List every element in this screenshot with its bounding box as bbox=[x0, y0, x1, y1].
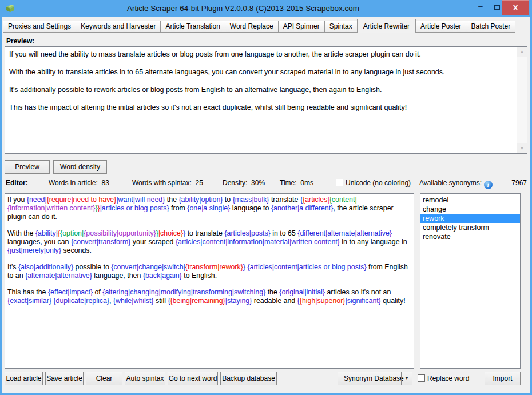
go-to-next-word-button[interactable]: Go to next word bbox=[168, 372, 218, 385]
preview-label: Preview: bbox=[6, 37, 34, 45]
save-article-button[interactable]: Save article bbox=[45, 372, 84, 385]
available-synonyms-row: Available synonyms: i bbox=[419, 177, 493, 189]
spintax-segment: {also|additionally} bbox=[18, 263, 73, 271]
spintax-segment: the bbox=[165, 195, 178, 204]
preview-scrollbar[interactable]: ▲ ▼ bbox=[517, 47, 527, 153]
clear-button[interactable]: Clear bbox=[86, 372, 122, 385]
preview-pane[interactable]: If you will need the ability to mass tra… bbox=[5, 46, 527, 154]
auto-spintax-button[interactable]: Auto spintax bbox=[125, 372, 165, 385]
spintax-segment: {information|written content} bbox=[7, 204, 95, 212]
editor-stats-row: Editor: Words in article: 83 Words with … bbox=[2, 177, 530, 189]
spintax-segment: |choice} bbox=[158, 229, 183, 237]
minimize-button[interactable]: – bbox=[474, 0, 487, 15]
time-stat: Time: 0ms bbox=[280, 177, 313, 189]
tab-api-spinner[interactable]: API Spinner bbox=[278, 21, 325, 33]
word-density-button[interactable]: Word density bbox=[53, 160, 107, 174]
spintax-segment: |significant} bbox=[345, 297, 380, 305]
replace-word-label: Replace word bbox=[427, 374, 469, 382]
spintax-segment: {altering|changing|modifying|transformin… bbox=[102, 288, 265, 296]
tab-article-rewriter[interactable]: Article Rewriter bbox=[357, 19, 416, 33]
spintax-segment: {while|whilst} bbox=[113, 297, 154, 305]
editor-paragraph: With the {ability|{{option|{possibility|… bbox=[7, 229, 411, 255]
spintax-segment: {duplicate|replica} bbox=[53, 297, 109, 305]
synonym-item[interactable]: completely transform bbox=[420, 223, 520, 232]
app-window: Article Scraper 64-bit Plugin V2.0.0.8 (… bbox=[0, 0, 532, 395]
editor-label: Editor: bbox=[6, 177, 28, 189]
words-in-article-stat: Words in article: 83 bbox=[49, 177, 109, 189]
spintax-segment: {articles|content|information|material|w… bbox=[176, 238, 340, 246]
load-article-button[interactable]: Load article bbox=[5, 372, 43, 385]
tab-article-poster[interactable]: Article Poster bbox=[415, 21, 466, 33]
preview-text: If you will need the ability to mass tra… bbox=[5, 47, 517, 153]
spintax-segment: {need| bbox=[27, 195, 47, 204]
preview-paragraph: If you will need the ability to mass tra… bbox=[9, 50, 513, 59]
window-body: Proxies and SettingsKeywords and Harvest… bbox=[2, 17, 530, 393]
spintax-segment: {ability| bbox=[35, 229, 58, 237]
spintax-segment: {require|need to have} bbox=[47, 195, 117, 204]
spintax-segment: {articles| bbox=[303, 195, 329, 204]
synonyms-list[interactable]: remodelchangereworkcompletely transformr… bbox=[420, 193, 521, 369]
preview-paragraph: It's additionally possible to rework art… bbox=[9, 85, 513, 94]
chevron-down-icon[interactable]: ▼ bbox=[401, 372, 412, 385]
import-button[interactable]: Import bbox=[485, 372, 521, 385]
scroll-down-icon[interactable]: ▼ bbox=[517, 143, 527, 153]
spintax-segment: {transform|rework} bbox=[185, 263, 243, 271]
spintax-segment: |staying} bbox=[225, 297, 252, 305]
close-button[interactable]: X bbox=[502, 0, 529, 15]
spintax-segment: in to 65 bbox=[271, 229, 298, 237]
editor-paragraph: If you {need|{require|need to have}|want… bbox=[7, 195, 411, 221]
synonym-item[interactable]: change bbox=[420, 205, 520, 214]
unicode-checkbox-row: Unicode (no coloring) bbox=[336, 177, 411, 189]
spintax-segment: {another|a different} bbox=[271, 204, 333, 212]
scroll-up-icon[interactable]: ▲ bbox=[517, 47, 527, 57]
spintax-segment: the bbox=[265, 288, 279, 296]
window-title: Article Scraper 64-bit Plugin V2.0.0.8 (… bbox=[23, 0, 463, 17]
words-with-spintax-stat: Words with spintax: 25 bbox=[132, 177, 203, 189]
tab-bar: Proxies and SettingsKeywords and Harvest… bbox=[3, 19, 529, 33]
spintax-segment: {alternate|alternative} bbox=[25, 272, 92, 280]
replace-word-row: Replace word bbox=[418, 373, 469, 384]
spintax-segment: {original|initial} bbox=[279, 288, 325, 296]
spintax-segment: With the bbox=[7, 229, 35, 237]
spintax-segment: {exact|similar} bbox=[7, 297, 51, 305]
replace-word-checkbox[interactable] bbox=[418, 374, 425, 382]
spintax-segment: {option| bbox=[60, 229, 84, 237]
maximize-icon bbox=[494, 5, 500, 10]
spintax-segment: {being|remaining} bbox=[170, 297, 225, 305]
synonym-item[interactable]: rework bbox=[420, 214, 520, 223]
spintax-segment: language to bbox=[230, 204, 271, 212]
spintax-segment: {effect|impact} bbox=[48, 288, 93, 296]
spintax-segment: {just|merely|only} bbox=[7, 246, 61, 254]
spintax-segment: {high|superior} bbox=[300, 297, 346, 305]
spintax-segment: still bbox=[154, 297, 168, 305]
spintax-segment: possible to bbox=[73, 263, 111, 271]
tab-proxies-and-settings[interactable]: Proxies and Settings bbox=[3, 21, 76, 33]
spintax-segment: language, then bbox=[92, 272, 143, 280]
tab-batch-poster[interactable]: Batch Poster bbox=[466, 21, 515, 33]
tab-word-replace[interactable]: Word Replace bbox=[225, 21, 279, 33]
spintax-segment: to bbox=[223, 195, 232, 204]
synonym-database-dropdown[interactable]: Synonym Database ▼ bbox=[338, 372, 412, 385]
spintax-segment: of bbox=[93, 288, 102, 296]
tab-spintax[interactable]: Spintax bbox=[324, 21, 358, 33]
editor-textarea[interactable]: If you {need|{require|need to have}|want… bbox=[5, 193, 414, 369]
unicode-checkbox-label: Unicode (no coloring) bbox=[346, 179, 411, 187]
app-logo-icon bbox=[5, 4, 15, 13]
spintax-segment: to English. bbox=[182, 272, 217, 280]
spintax-segment: {possibility|opportunity} bbox=[84, 229, 156, 237]
spintax-segment: If you bbox=[7, 195, 27, 204]
spintax-segment: in to any language in bbox=[340, 238, 407, 246]
spintax-segment: to translate bbox=[185, 229, 224, 237]
available-synonyms-count: 7967 bbox=[511, 177, 527, 189]
tab-keywords-and-harvester[interactable]: Keywords and Harvester bbox=[76, 21, 161, 33]
spintax-segment: , bbox=[109, 297, 113, 305]
synonym-item[interactable]: remodel bbox=[420, 195, 520, 205]
preview-button[interactable]: Preview bbox=[5, 160, 50, 174]
info-icon[interactable]: i bbox=[484, 181, 493, 189]
spintax-segment: languages, you can bbox=[7, 238, 71, 246]
synonym-item[interactable]: renovate bbox=[420, 232, 520, 241]
unicode-checkbox[interactable] bbox=[336, 179, 343, 186]
tab-article-translation[interactable]: Article Translation bbox=[160, 21, 225, 33]
spintax-segment: It's bbox=[7, 263, 18, 271]
backup-database-button[interactable]: Backup database bbox=[220, 372, 277, 385]
